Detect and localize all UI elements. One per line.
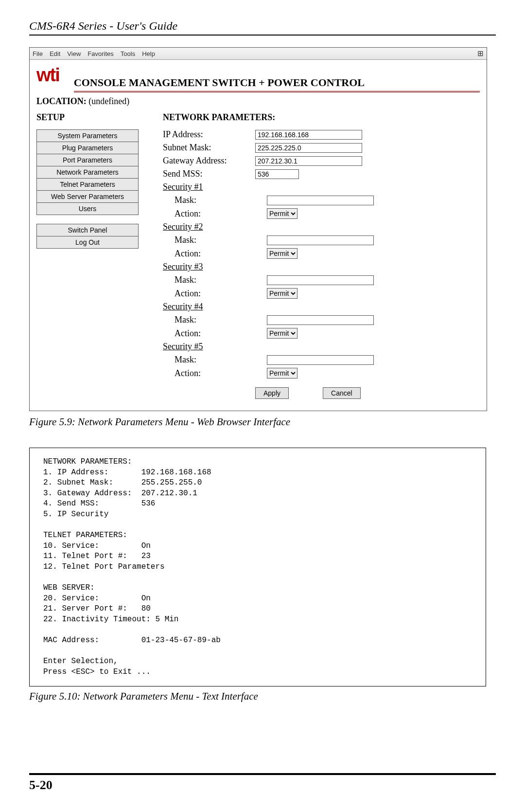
security-5-mask-label: Mask: [163,355,267,365]
wti-logo: wti [36,65,59,86]
title-rule [29,35,496,36]
form-area: NETWORK PARAMETERS: IP Address: Subnet M… [163,112,480,399]
security-4-title: Security #4 [163,302,255,312]
security-4-mask-label: Mask: [163,315,267,325]
security-3-title: Security #3 [163,262,255,272]
document-title: CMS-6R4 Series - User's Guide [29,19,496,33]
security-5-action-label: Action: [163,368,267,379]
security-1-mask-input[interactable] [267,196,374,205]
menu-help[interactable]: Help [142,50,155,57]
sidebar-item-system-parameters[interactable]: System Parameters [37,130,138,142]
menu-tools[interactable]: Tools [121,50,135,57]
menu-file[interactable]: File [33,50,43,57]
security-1-mask-label: Mask: [163,195,267,205]
security-3-action-select[interactable]: Permit [267,288,298,299]
location-value: (undefined) [88,96,129,106]
security-3-action-label: Action: [163,289,267,299]
mss-label: Send MSS: [163,169,255,179]
gateway-label: Gateway Address: [163,156,255,166]
sidebar-item-telnet-parameters[interactable]: Telnet Parameters [37,179,138,191]
browser-window: File Edit View Favorites Tools Help ⊞ wt… [29,47,487,411]
security-1-action-select[interactable]: Permit [267,208,298,219]
page-heading: CONSOLE MANAGEMENT SWITCH + POWER CONTRO… [74,76,480,89]
menu-edit[interactable]: Edit [50,50,60,57]
location-line: LOCATION: (undefined) [36,96,480,107]
security-5-mask-input[interactable] [267,355,374,365]
security-2-action-label: Action: [163,249,267,259]
menu-favorites[interactable]: Favorites [88,50,113,57]
security-1-action-label: Action: [163,209,267,219]
security-2-mask-label: Mask: [163,235,267,245]
security-5-action-select[interactable]: Permit [267,368,298,379]
menubar: File Edit View Favorites Tools Help ⊞ [30,48,487,60]
sidebar-item-web-server-parameters[interactable]: Web Server Parameters [37,191,138,203]
sidebar: SETUP System Parameters Plug Parameters … [36,112,139,257]
terminal-output: NETWORK PARAMETERS: 1. IP Address: 192.1… [29,448,486,686]
sidebar-item-plug-parameters[interactable]: Plug Parameters [37,142,138,154]
cancel-button[interactable]: Cancel [323,387,361,399]
security-3-mask-label: Mask: [163,275,267,285]
apply-button[interactable]: Apply [255,387,289,399]
figure-caption-5-9: Figure 5.9: Network Parameters Menu - We… [29,416,496,428]
page-number: 5-20 [29,778,496,793]
heading-rule [74,91,480,92]
location-label: LOCATION: [36,96,87,106]
security-1-title: Security #1 [163,182,255,192]
subnet-label: Subnet Mask: [163,143,255,153]
security-4-action-label: Action: [163,328,267,339]
menu-view[interactable]: View [67,50,81,57]
form-title: NETWORK PARAMETERS: [163,112,480,123]
windows-flag-icon: ⊞ [477,49,484,58]
security-2-action-select[interactable]: Permit [267,248,298,259]
subnet-input[interactable] [255,143,362,153]
sidebar-item-network-parameters[interactable]: Network Parameters [37,166,138,179]
footer-rule [29,773,496,775]
security-3-mask-input[interactable] [267,275,374,285]
security-2-mask-input[interactable] [267,235,374,245]
sidebar-group-params: System Parameters Plug Parameters Port P… [36,129,139,215]
sidebar-item-port-parameters[interactable]: Port Parameters [37,154,138,166]
ip-label: IP Address: [163,129,255,140]
ip-input[interactable] [255,130,362,140]
sidebar-item-switch-panel[interactable]: Switch Panel [37,224,138,236]
page-footer: 5-20 [29,773,496,793]
sidebar-item-users[interactable]: Users [37,203,138,215]
gateway-input[interactable] [255,156,362,166]
sidebar-group-actions: Switch Panel Log Out [36,224,139,249]
figure-caption-5-10: Figure 5.10: Network Parameters Menu - T… [29,690,496,703]
setup-label: SETUP [36,112,139,123]
security-2-title: Security #2 [163,222,255,232]
security-4-action-select[interactable]: Permit [267,328,298,339]
mss-input[interactable] [255,169,299,179]
security-5-title: Security #5 [163,342,255,352]
sidebar-item-log-out[interactable]: Log Out [37,236,138,248]
security-4-mask-input[interactable] [267,315,374,325]
